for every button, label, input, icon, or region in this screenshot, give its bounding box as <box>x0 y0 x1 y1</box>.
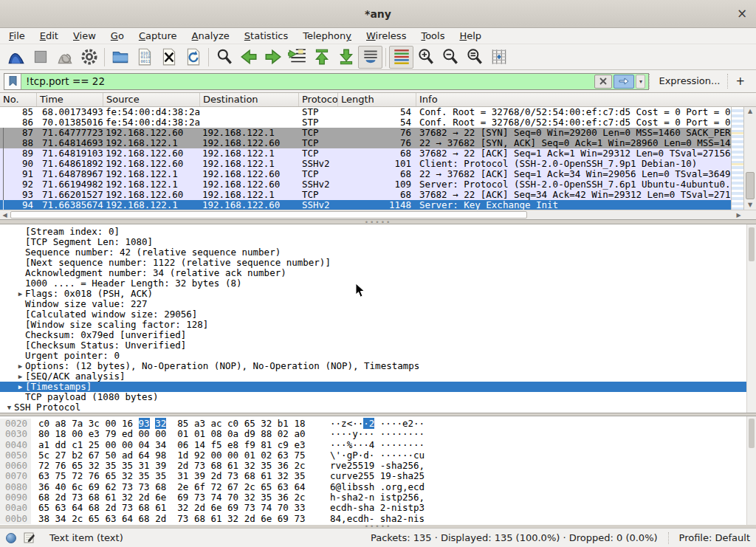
hex-byte[interactable]: 63 <box>105 513 116 524</box>
scroll-up-icon[interactable]: ▲ <box>744 107 756 116</box>
detail-line[interactable]: ▶Flags: 0x018 (PSH, ACK) <box>0 289 756 299</box>
hex-byte[interactable]: a3 <box>194 418 205 429</box>
detail-line[interactable]: [Stream index: 0] <box>0 227 756 237</box>
hex-byte[interactable]: 38 <box>38 513 49 524</box>
detail-line[interactable]: Urgent pointer: 0 <box>0 351 756 361</box>
expander-closed-icon[interactable]: ▶ <box>16 361 25 371</box>
menu-go[interactable]: Go <box>103 29 131 43</box>
hex-byte[interactable]: 00 <box>227 450 238 461</box>
hex-byte[interactable]: 65 <box>38 502 49 513</box>
expert-info-icon[interactable] <box>6 533 16 543</box>
hex-row-0030[interactable]: 003080 18 00 e3 79 ed 00 00 01 01 08 0a … <box>0 429 756 439</box>
expander-closed-icon[interactable]: ▶ <box>16 289 25 299</box>
hex-byte[interactable]: 40 <box>55 481 66 492</box>
detail-line[interactable]: TCP payload (1080 bytes) <box>0 392 756 402</box>
save-file-button[interactable]: 0101 0110 0011 <box>132 46 157 69</box>
hex-byte[interactable]: 76 <box>55 460 66 471</box>
resize-columns-button[interactable] <box>487 46 511 69</box>
hex-byte[interactable]: 68 <box>155 481 166 492</box>
detail-line[interactable]: ▼SSH Protocol <box>0 402 756 413</box>
close-file-button[interactable] <box>157 46 181 69</box>
hex-byte[interactable]: 32 <box>122 470 133 481</box>
hex-byte[interactable]: 6c <box>72 481 83 492</box>
hex-byte[interactable]: 0a <box>227 428 238 439</box>
hex-byte[interactable]: 2d <box>55 492 66 503</box>
start-capture-button[interactable] <box>4 46 28 69</box>
packet-row-87[interactable]: 8771.647777234192.168.122.60192.168.122.… <box>0 128 731 138</box>
hex-byte[interactable]: 34 <box>55 513 66 524</box>
hex-byte[interactable]: 2d <box>105 502 116 513</box>
go-last-packet-button[interactable] <box>334 46 358 69</box>
hex-byte[interactable]: 65 <box>105 470 116 481</box>
zoom-out-button[interactable] <box>438 46 462 69</box>
hex-byte[interactable]: c9 <box>278 439 289 450</box>
hex-byte[interactable]: a1 <box>38 439 49 450</box>
hex-byte[interactable]: 2d <box>194 502 205 513</box>
hex-byte[interactable]: 64 <box>122 513 133 524</box>
hex-byte[interactable]: 39 <box>194 470 205 481</box>
expander-open-icon[interactable]: ▼ <box>4 402 14 413</box>
hex-byte[interactable]: 35 <box>139 470 150 481</box>
hex-byte[interactable]: 73 <box>244 502 255 513</box>
packet-row-92[interactable]: 9271.661949820192.168.122.1192.168.122.6… <box>0 179 731 190</box>
menu-analyze[interactable]: Analyze <box>185 29 237 43</box>
hex-byte[interactable]: 2d <box>210 470 221 481</box>
detail-line[interactable]: Acknowledgment number: 34 (relative ack … <box>0 268 756 278</box>
hex-byte[interactable]: 14 <box>194 439 205 450</box>
hex-byte[interactable]: c1 <box>72 439 83 450</box>
hex-byte[interactable]: 02 <box>278 428 289 439</box>
packet-row-93[interactable]: 9371.662015274192.168.122.60192.168.122.… <box>0 190 731 200</box>
hex-byte[interactable]: 61 <box>210 513 221 524</box>
menu-edit[interactable]: Edit <box>32 29 66 43</box>
hex-row-0070[interactable]: 007063 75 72 76 65 32 35 35 31 39 2d 73 … <box>0 471 756 481</box>
hex-byte[interactable]: 69 <box>177 492 188 503</box>
hex-byte[interactable]: 6f <box>194 481 205 492</box>
hex-byte[interactable]: 2d <box>244 513 255 524</box>
zoom-reset-button[interactable] <box>462 46 487 69</box>
menu-view[interactable]: View <box>66 29 103 43</box>
hex-byte[interactable]: 74 <box>210 492 221 503</box>
hex-byte[interactable]: 6e <box>155 492 166 503</box>
go-back-button[interactable] <box>236 46 261 69</box>
add-filter-button[interactable]: + <box>727 74 752 89</box>
detail-line[interactable]: [Window size scaling factor: 128] <box>0 320 756 330</box>
hex-byte[interactable]: 63 <box>278 450 289 461</box>
hex-byte[interactable]: 2c <box>294 460 305 471</box>
hex-byte[interactable]: 02 <box>261 450 272 461</box>
filter-bookmark-button[interactable] <box>4 74 21 89</box>
hex-byte[interactable]: 72 <box>38 460 49 471</box>
column-header-src[interactable]: Source <box>103 93 200 106</box>
hex-byte[interactable]: 6e <box>210 502 221 513</box>
detail-line[interactable]: Sequence number: 42 (relative sequence n… <box>0 247 756 258</box>
details-vertical-scrollbar[interactable] <box>746 224 756 413</box>
hex-byte[interactable]: 31 <box>177 470 188 481</box>
colorize-button[interactable] <box>389 46 413 69</box>
hex-byte[interactable]: 7a <box>72 418 83 429</box>
hex-byte[interactable]: 2e <box>177 481 188 492</box>
hex-byte[interactable]: 74 <box>261 502 272 513</box>
menu-help[interactable]: Help <box>452 29 489 43</box>
capture-options-button[interactable] <box>77 46 101 69</box>
hex-byte[interactable]: 00 <box>155 428 166 439</box>
hex-byte[interactable]: ac <box>210 418 221 429</box>
hex-byte[interactable]: 2d <box>139 492 150 503</box>
hex-byte[interactable]: 65 <box>261 481 272 492</box>
hex-byte[interactable]: 88 <box>261 428 272 439</box>
scrollbar-thumb[interactable] <box>10 211 527 219</box>
hex-byte[interactable]: d9 <box>244 428 255 439</box>
hex-byte[interactable]: 73 <box>122 481 133 492</box>
pane-splitter[interactable]: ••••• <box>0 525 756 528</box>
hex-byte[interactable]: 68 <box>89 502 100 513</box>
menu-tools[interactable]: Tools <box>413 29 452 43</box>
hex-byte[interactable]: b1 <box>278 418 289 429</box>
hex-byte[interactable]: 62 <box>105 481 116 492</box>
hex-byte[interactable]: a0 <box>294 428 305 439</box>
detail-line[interactable]: 1000 .... = Header Length: 32 bytes (8) <box>0 278 756 289</box>
hex-byte[interactable]: 72 <box>72 470 83 481</box>
filter-clear-button[interactable] <box>594 75 612 89</box>
detail-line[interactable]: [Checksum Status: Unverified] <box>0 340 756 351</box>
hex-byte[interactable]: 00 <box>72 428 83 439</box>
hex-byte[interactable]: 67 <box>89 450 100 461</box>
hex-byte[interactable]: 32 <box>244 492 255 503</box>
filter-apply-button[interactable] <box>614 75 634 89</box>
